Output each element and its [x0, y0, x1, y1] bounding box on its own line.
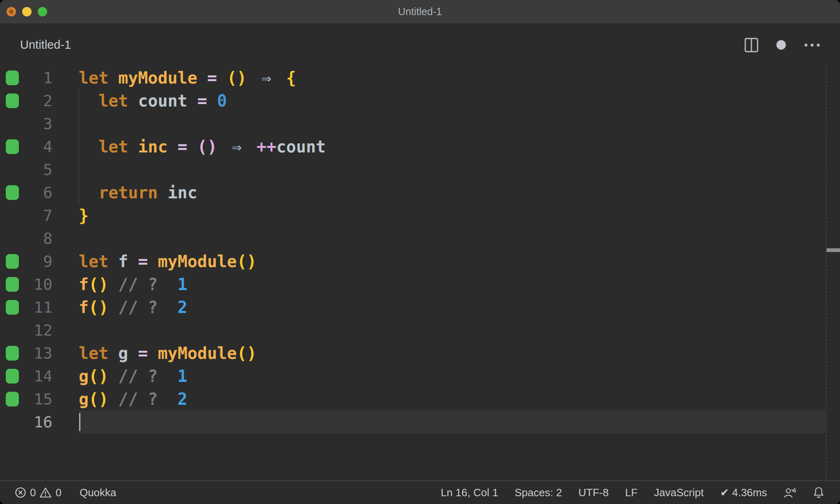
- more-actions-icon[interactable]: [804, 43, 820, 47]
- code-line[interactable]: 1let myModule = () ⇒ {: [0, 66, 840, 89]
- status-bar-left: 0 0 Quokka: [0, 486, 116, 499]
- line-number[interactable]: 13: [25, 342, 52, 365]
- warning-triangle-icon: [39, 487, 52, 498]
- code-line[interactable]: 8: [0, 227, 840, 250]
- line-number[interactable]: 4: [25, 135, 52, 158]
- line-number[interactable]: 5: [25, 158, 52, 181]
- feedback-person-icon[interactable]: [783, 486, 797, 499]
- gutter-coverage-cell: [0, 319, 25, 342]
- code-line[interactable]: 4 let inc = () ⇒ ++count: [0, 135, 840, 158]
- line-number[interactable]: 16: [25, 411, 52, 434]
- tab-untitled-1[interactable]: Untitled-1: [0, 38, 71, 52]
- code-text: let f = myModule(): [52, 250, 257, 273]
- code-line[interactable]: 9let f = myModule(): [0, 250, 840, 273]
- warning-count: 0: [55, 486, 61, 499]
- code-text: [52, 158, 79, 181]
- gutter-coverage-cell: [0, 273, 25, 296]
- line-number[interactable]: 11: [25, 296, 52, 319]
- quokka-coverage-icon: [6, 70, 19, 85]
- line-number[interactable]: 1: [25, 66, 52, 89]
- code-line[interactable]: 13let g = myModule(): [0, 342, 840, 365]
- code-line[interactable]: 15g() // ? 2: [0, 388, 840, 411]
- line-number[interactable]: 3: [25, 112, 52, 135]
- gutter-coverage-cell: [0, 365, 25, 388]
- code-lines: 1let myModule = () ⇒ {2 let count = 034 …: [0, 66, 840, 434]
- code-text: [52, 227, 79, 250]
- vscode-window: Untitled-1 Untitled-1 1let myModule =: [0, 0, 840, 504]
- quokka-perf[interactable]: ✔ 4.36ms: [720, 486, 767, 499]
- error-count: 0: [30, 486, 36, 499]
- line-number[interactable]: 6: [25, 181, 52, 204]
- code-line[interactable]: 3: [0, 112, 840, 135]
- window-title: Untitled-1: [0, 0, 840, 23]
- code-text: g() // ? 2: [52, 388, 187, 411]
- code-text: f() // ? 2: [52, 296, 187, 319]
- notifications-bell-icon[interactable]: [813, 486, 824, 499]
- status-bar: 0 0 Quokka Ln 16, Col 1 Spaces: 2 UTF-8 …: [0, 480, 840, 504]
- gutter-coverage-cell: [0, 135, 25, 158]
- gutter-coverage-cell: [0, 411, 25, 434]
- status-bar-right: Ln 16, Col 1 Spaces: 2 UTF-8 LF JavaScri…: [441, 486, 840, 499]
- line-number[interactable]: 15: [25, 388, 52, 411]
- line-number[interactable]: 7: [25, 204, 52, 227]
- line-number[interactable]: 9: [25, 250, 52, 273]
- indentation-setting[interactable]: Spaces: 2: [515, 486, 562, 499]
- line-number[interactable]: 12: [25, 319, 52, 342]
- cursor-position[interactable]: Ln 16, Col 1: [441, 486, 498, 499]
- gutter-coverage-cell: [0, 89, 25, 112]
- line-number[interactable]: 8: [25, 227, 52, 250]
- code-line[interactable]: 6 return inc: [0, 181, 840, 204]
- gutter-coverage-cell: [0, 250, 25, 273]
- gutter-coverage-cell: [0, 204, 25, 227]
- quokka-coverage-icon: [6, 369, 19, 384]
- code-text: let g = myModule(): [52, 342, 257, 365]
- gutter-coverage-cell: [0, 296, 25, 319]
- code-line[interactable]: 11f() // ? 2: [0, 296, 840, 319]
- line-number[interactable]: 14: [25, 365, 52, 388]
- code-text: return inc: [52, 181, 197, 204]
- quokka-coverage-icon: [6, 139, 19, 154]
- title-bar: Untitled-1: [0, 0, 840, 23]
- quokka-status[interactable]: Quokka: [80, 486, 116, 499]
- problems-indicator[interactable]: 0 0: [15, 486, 62, 499]
- editor-actions: [744, 38, 840, 52]
- code-text: [52, 112, 79, 135]
- code-text: [52, 319, 79, 342]
- unsaved-changes-icon[interactable]: [776, 40, 786, 50]
- eol-setting[interactable]: LF: [625, 486, 637, 499]
- split-editor-icon[interactable]: [744, 38, 758, 52]
- code-text: let count = 0: [52, 89, 227, 112]
- code-text: [52, 411, 79, 434]
- quokka-coverage-icon: [6, 300, 19, 315]
- code-line[interactable]: 5: [0, 158, 840, 181]
- quokka-coverage-icon: [6, 254, 19, 269]
- gutter-coverage-cell: [0, 181, 25, 204]
- gutter-coverage-cell: [0, 158, 25, 181]
- quokka-coverage-icon: [6, 392, 19, 406]
- gutter-coverage-cell: [0, 388, 25, 411]
- gutter-coverage-cell: [0, 112, 25, 135]
- editor[interactable]: 1let myModule = () ⇒ {2 let count = 034 …: [0, 66, 840, 480]
- code-text: }: [52, 204, 89, 227]
- line-number[interactable]: 10: [25, 273, 52, 296]
- gutter-coverage-cell: [0, 66, 25, 89]
- code-line[interactable]: 14g() // ? 1: [0, 365, 840, 388]
- code-line[interactable]: 2 let count = 0: [0, 89, 840, 112]
- code-line[interactable]: 10f() // ? 1: [0, 273, 840, 296]
- error-circle-icon: [15, 487, 26, 498]
- gutter-coverage-cell: [0, 227, 25, 250]
- gutter-coverage-cell: [0, 342, 25, 365]
- language-mode[interactable]: JavaScript: [654, 486, 703, 499]
- code-line[interactable]: 7}: [0, 204, 840, 227]
- code-line[interactable]: 16: [0, 411, 840, 434]
- code-line[interactable]: 12: [0, 319, 840, 342]
- tab-bar: Untitled-1: [0, 23, 840, 66]
- code-text: g() // ? 1: [52, 365, 187, 388]
- text-cursor: [79, 413, 80, 431]
- encoding-setting[interactable]: UTF-8: [578, 486, 609, 499]
- quokka-coverage-icon: [6, 93, 19, 108]
- code-text: f() // ? 1: [52, 273, 187, 296]
- quokka-coverage-icon: [6, 277, 19, 292]
- line-number[interactable]: 2: [25, 89, 52, 112]
- code-text: let myModule = () ⇒ {: [52, 66, 296, 89]
